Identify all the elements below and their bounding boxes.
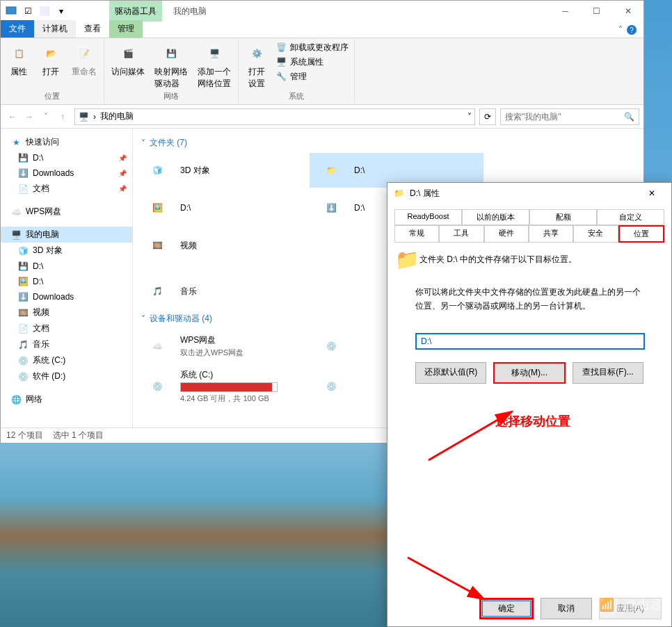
folder-icon: 📁 [393, 188, 404, 199]
back-button[interactable]: ← [5, 109, 20, 124]
tab-sharing[interactable]: 共享 [529, 225, 573, 243]
tab-readyboost[interactable]: ReadyBoost [394, 209, 462, 225]
sidebar-quick-access[interactable]: ★快速访问 [1, 134, 132, 150]
breadcrumb-chevron[interactable]: › [93, 112, 96, 122]
media-button[interactable]: 🎬访问媒体 [110, 41, 146, 79]
maximize-button[interactable]: ☐ [581, 1, 612, 22]
pin-icon: 📌 [118, 154, 127, 162]
restore-button[interactable]: 还原默认值(R) [415, 362, 486, 384]
tab-tools[interactable]: 工具 [439, 225, 483, 243]
device-item[interactable]: ☁️WPS网盘双击进入WPS网盘 [136, 329, 310, 364]
tab-manage[interactable]: 管理 [109, 20, 143, 38]
help-icon[interactable]: ? [627, 25, 637, 35]
search-input[interactable] [505, 112, 620, 122]
folder-icon: 📁 [401, 254, 413, 265]
ribbon: 📋属性 📂打开 📝重命名 位置 🎬访问媒体 💾映射网络 驱动器 🖥️添加一个 网… [1, 38, 643, 105]
sidebar-item[interactable]: 🧊3D 对象 [1, 243, 132, 259]
tab-computer[interactable]: 计算机 [34, 20, 76, 38]
sidebar-item[interactable]: 📄文档 [1, 320, 132, 336]
ok-button[interactable]: 确定 [479, 598, 534, 619]
properties-button[interactable]: 📋属性 [6, 41, 31, 79]
sidebar-item[interactable]: 💾D:\ [1, 259, 132, 274]
open-button[interactable]: 📂打开 [38, 41, 63, 79]
address-bar[interactable]: 🖥️ › ˅ [74, 108, 475, 125]
recent-dropdown[interactable]: ˅ [38, 109, 54, 124]
rename-button[interactable]: 📝重命名 [70, 41, 98, 79]
address-input[interactable] [100, 112, 463, 122]
sidebar-network[interactable]: 🌐网络 [1, 391, 132, 407]
chevron-down-icon: ˅ [141, 138, 145, 148]
watermark: 📶 路由器 [594, 592, 662, 617]
sidebar-item[interactable]: 📄文档📌 [1, 181, 132, 197]
sidebar-this-pc[interactable]: 🖥️我的电脑 [1, 227, 132, 243]
folder-item[interactable]: 🎞️视频 [136, 228, 310, 263]
sidebar-item[interactable]: 💿系统 (C:) [1, 352, 132, 368]
folder-item[interactable]: 🧊3D 对象 [136, 153, 310, 188]
tab-quota[interactable]: 配额 [529, 209, 597, 225]
contextual-tab[interactable]: 驱动器工具 [109, 1, 162, 22]
dialog-titlebar: 📁 D:\ 属性 ✕ [387, 183, 671, 204]
tab-view[interactable]: 查看 [76, 20, 109, 38]
forward-button[interactable]: → [22, 109, 37, 124]
sidebar-item[interactable]: 💾D:\📌 [1, 150, 132, 165]
close-button[interactable]: ✕ [612, 1, 643, 22]
svg-rect-1 [40, 6, 49, 16]
cancel-button[interactable]: 取消 [541, 598, 592, 619]
window-title: 我的电脑 [173, 6, 207, 17]
sidebar-item[interactable]: ⬇️Downloads [1, 289, 132, 304]
tab-versions[interactable]: 以前的版本 [462, 209, 529, 225]
selected-count: 选中 1 个项目 [53, 430, 104, 441]
settings-button[interactable]: ⚙️打开 设置 [244, 41, 269, 91]
sidebar-wps[interactable]: ☁️WPS网盘 [1, 204, 132, 220]
device-item[interactable]: 💿系统 (C:)4.24 GB 可用，共 100 GB [136, 366, 310, 407]
dialog-close-button[interactable]: ✕ [638, 184, 666, 203]
search-box[interactable]: 🔍 [500, 108, 639, 125]
tab-general[interactable]: 常规 [394, 225, 439, 243]
pc-icon: 🖥️ [78, 111, 89, 122]
dialog-desc: 你可以将此文件夹中文件存储的位置更改为此硬盘上的另一个位置、另一个驱动器或网络上… [415, 285, 643, 314]
tab-hardware[interactable]: 硬件 [484, 225, 529, 243]
chevron-up-icon[interactable]: ˄ [618, 25, 623, 35]
dialog-title: D:\ 属性 [410, 188, 440, 200]
nav-bar: ← → ˅ ↑ 🖥️ › ˅ ⟳ 🔍 [1, 105, 643, 129]
chevron-down-icon: ˅ [141, 314, 145, 324]
sidebar-item[interactable]: 💿软件 (D:) [1, 368, 132, 384]
uninstall-button[interactable]: 🗑️卸载或更改程序 [276, 41, 349, 54]
up-button[interactable]: ↑ [55, 109, 70, 124]
location-input-wrap[interactable] [415, 333, 645, 350]
manage-button[interactable]: 🔧管理 [276, 70, 349, 83]
section-folders[interactable]: ˅文件夹 (7) [136, 134, 641, 152]
pin-icon: 📌 [118, 185, 127, 193]
disk-usage-bar [180, 382, 278, 392]
tab-location[interactable]: 位置 [618, 225, 664, 243]
tab-file[interactable]: 文件 [1, 20, 34, 38]
address-dropdown-icon[interactable]: ˅ [467, 112, 472, 122]
refresh-button[interactable]: ⟳ [479, 108, 496, 125]
folder-item[interactable]: 🎵音乐 [136, 274, 310, 309]
titlebar: ☑ ▾ 驱动器工具 我的电脑 ─ ☐ ✕ [1, 1, 643, 22]
tab-security[interactable]: 安全 [573, 225, 618, 243]
qat-checkbox-icon[interactable]: ☑ [22, 5, 34, 17]
sidebar-item[interactable]: ⬇️Downloads📌 [1, 165, 132, 181]
svg-rect-0 [6, 7, 16, 14]
minimize-button[interactable]: ─ [550, 1, 581, 22]
location-input[interactable] [421, 336, 639, 346]
sysprops-button[interactable]: 🖥️系统属性 [276, 56, 349, 69]
search-icon[interactable]: 🔍 [624, 112, 634, 122]
dialog-body: 📁 文件夹 D:\ 中的文件存储于以下目标位置。 你可以将此文件夹中文件存储的位… [387, 243, 671, 591]
map-drive-button[interactable]: 💾映射网络 驱动器 [153, 41, 189, 91]
move-button[interactable]: 移动(M)... [493, 362, 566, 384]
tab-custom[interactable]: 自定义 [597, 209, 664, 225]
sidebar-item[interactable]: 🎵音乐 [1, 336, 132, 352]
sidebar-item[interactable]: 🎞️视频 [1, 304, 132, 320]
dialog-line1: 文件夹 D:\ 中的文件存储于以下目标位置。 [419, 254, 577, 266]
add-location-button[interactable]: 🖥️添加一个 网络位置 [196, 41, 232, 91]
qat-new-icon[interactable] [38, 5, 51, 17]
dialog-tabs: ReadyBoost 以前的版本 配额 自定义 常规 工具 硬件 共享 安全 位… [387, 204, 671, 243]
folder-item[interactable]: 🖼️D:\ [136, 190, 310, 225]
router-icon: 📶 [594, 592, 619, 617]
sidebar-item[interactable]: 🖼️D:\ [1, 274, 132, 289]
app-icon [5, 5, 17, 17]
qat-dropdown-icon[interactable]: ▾ [55, 5, 67, 17]
find-target-button[interactable]: 查找目标(F)... [573, 362, 643, 384]
